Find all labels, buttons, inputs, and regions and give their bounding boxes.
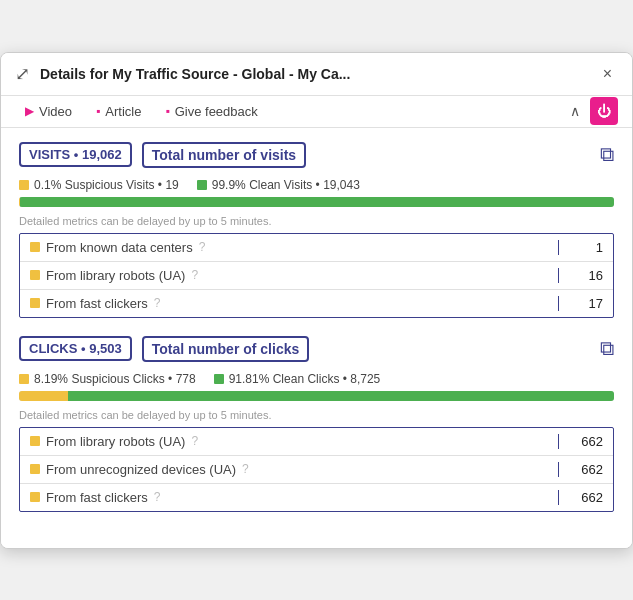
metrics-divider-0 <box>558 240 559 255</box>
clean-dot <box>197 180 207 190</box>
visits-header: VISITS • 19,062 Total number of visits ⧉ <box>19 142 614 168</box>
metrics-divider-2 <box>558 296 559 311</box>
clicks-metric-value-0: 662 <box>573 434 603 449</box>
visits-metric-label-2: From fast clickers ? <box>30 296 544 311</box>
tabs-bar: ▶ Video ▪ Article ▪ Give feedback ∧ ⏻ <box>1 96 632 128</box>
help-icon-0[interactable]: ? <box>199 240 206 254</box>
visits-clean-text: 99.9% Clean Visits • 19,043 <box>212 178 360 192</box>
visits-metric-text-1: From library robots (UA) <box>46 268 185 283</box>
suspicious-dot <box>19 180 29 190</box>
visits-metric-label-1: From library robots (UA) ? <box>30 268 544 283</box>
visits-suspicious-label: 0.1% Suspicious Visits • 19 <box>19 178 179 192</box>
visits-metric-value-0: 1 <box>573 240 603 255</box>
power-button[interactable]: ⏻ <box>590 97 618 125</box>
tab-video[interactable]: ▶ Video <box>15 96 82 127</box>
clicks-help-icon-0[interactable]: ? <box>191 434 198 448</box>
visits-metric-row-2: From fast clickers ? 17 <box>20 290 613 317</box>
help-icon-2[interactable]: ? <box>154 296 161 310</box>
clicks-metric-text-0: From library robots (UA) <box>46 434 185 449</box>
visits-info-icon[interactable]: ⧉ <box>600 143 614 166</box>
tab-article-label: Article <box>105 104 141 119</box>
visits-metrics-table: From known data centers ? 1 From library… <box>19 233 614 318</box>
metrics-divider-1 <box>558 268 559 283</box>
metric-dot-1 <box>30 270 40 280</box>
clicks-metric-row-2: From fast clickers ? 662 <box>20 484 613 511</box>
tab-feedback[interactable]: ▪ Give feedback <box>155 96 267 127</box>
visits-suspicious-text: 0.1% Suspicious Visits • 19 <box>34 178 179 192</box>
tab-feedback-label: Give feedback <box>175 104 258 119</box>
tab-video-label: Video <box>39 104 72 119</box>
visits-metric-text-0: From known data centers <box>46 240 193 255</box>
clicks-metrics-divider-1 <box>558 462 559 477</box>
clicks-progress-bar <box>19 391 614 401</box>
main-window: ⤢ Details for My Traffic Source - Global… <box>0 52 633 549</box>
visits-progress-bar <box>19 197 614 207</box>
visits-delay-note: Detailed metrics can be delayed by up to… <box>19 215 614 227</box>
clicks-metric-row-0: From library robots (UA) ? 662 <box>20 428 613 456</box>
visits-section: VISITS • 19,062 Total number of visits ⧉… <box>19 142 614 318</box>
close-button[interactable]: × <box>597 63 618 85</box>
clicks-metrics-table: From library robots (UA) ? 662 From unre… <box>19 427 614 512</box>
clicks-metrics-divider-0 <box>558 434 559 449</box>
clicks-metrics-divider-2 <box>558 490 559 505</box>
clicks-info-icon[interactable]: ⧉ <box>600 337 614 360</box>
clicks-suspicious-bar <box>19 391 68 401</box>
visits-metric-value-2: 17 <box>573 296 603 311</box>
move-icon[interactable]: ⤢ <box>15 63 30 85</box>
clicks-clean-label: 91.81% Clean Clicks • 8,725 <box>214 372 381 386</box>
clicks-suspicious-dot <box>19 374 29 384</box>
clicks-badge: CLICKS • 9,503 <box>19 336 132 361</box>
clicks-metric-dot-0 <box>30 436 40 446</box>
metric-dot-2 <box>30 298 40 308</box>
clicks-clean-text: 91.81% Clean Clicks • 8,725 <box>229 372 381 386</box>
article-icon: ▪ <box>96 104 100 118</box>
visits-clean-label: 99.9% Clean Visits • 19,043 <box>197 178 360 192</box>
clicks-suspicious-label: 8.19% Suspicious Clicks • 778 <box>19 372 196 386</box>
clicks-help-icon-2[interactable]: ? <box>154 490 161 504</box>
clicks-header: CLICKS • 9,503 Total number of clicks ⧉ <box>19 336 614 362</box>
clicks-metric-value-2: 662 <box>573 490 603 505</box>
window-title: Details for My Traffic Source - Global -… <box>40 66 587 82</box>
clicks-help-icon-1[interactable]: ? <box>242 462 249 476</box>
clicks-metric-dot-1 <box>30 464 40 474</box>
clicks-clean-bar <box>68 391 614 401</box>
clicks-metric-value-1: 662 <box>573 462 603 477</box>
visits-clean-bar <box>20 197 614 207</box>
content-area: VISITS • 19,062 Total number of visits ⧉… <box>1 128 632 548</box>
clicks-clean-dot <box>214 374 224 384</box>
visits-badge: VISITS • 19,062 <box>19 142 132 167</box>
clicks-delay-note: Detailed metrics can be delayed by up to… <box>19 409 614 421</box>
chevron-up-icon[interactable]: ∧ <box>564 99 586 123</box>
tab-article[interactable]: ▪ Article <box>86 96 151 127</box>
visits-progress-labels: 0.1% Suspicious Visits • 19 99.9% Clean … <box>19 178 614 192</box>
visits-metric-row-0: From known data centers ? 1 <box>20 234 613 262</box>
visits-metric-label-0: From known data centers ? <box>30 240 544 255</box>
clicks-metric-label-2: From fast clickers ? <box>30 490 544 505</box>
clicks-metric-label-1: From unrecognized devices (UA) ? <box>30 462 544 477</box>
feedback-icon: ▪ <box>165 104 169 118</box>
help-icon-1[interactable]: ? <box>191 268 198 282</box>
visits-metric-row-1: From library robots (UA) ? 16 <box>20 262 613 290</box>
clicks-section: CLICKS • 9,503 Total number of clicks ⧉ … <box>19 336 614 512</box>
metric-dot-0 <box>30 242 40 252</box>
titlebar: ⤢ Details for My Traffic Source - Global… <box>1 53 632 96</box>
clicks-progress-labels: 8.19% Suspicious Clicks • 778 91.81% Cle… <box>19 372 614 386</box>
visits-metric-value-1: 16 <box>573 268 603 283</box>
clicks-metric-label-0: From library robots (UA) ? <box>30 434 544 449</box>
video-icon: ▶ <box>25 104 34 118</box>
clicks-total-label: Total number of clicks <box>142 336 310 362</box>
visits-total-label: Total number of visits <box>142 142 306 168</box>
clicks-metric-text-2: From fast clickers <box>46 490 148 505</box>
clicks-metric-row-1: From unrecognized devices (UA) ? 662 <box>20 456 613 484</box>
clicks-metric-dot-2 <box>30 492 40 502</box>
clicks-metric-text-1: From unrecognized devices (UA) <box>46 462 236 477</box>
visits-metric-text-2: From fast clickers <box>46 296 148 311</box>
clicks-suspicious-text: 8.19% Suspicious Clicks • 778 <box>34 372 196 386</box>
